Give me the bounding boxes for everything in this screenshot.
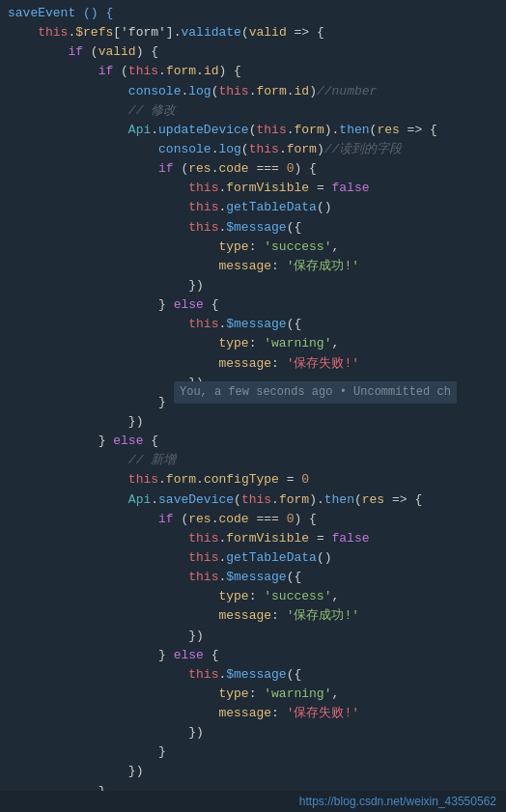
token: ===: [249, 161, 287, 176]
code-line: message: '保存成功!': [0, 606, 506, 626]
line-content: type: 'warning',: [8, 685, 498, 704]
code-line: console.log(this.form)//读到的字段: [0, 140, 506, 159]
token: ,: [331, 686, 339, 701]
token: form: [166, 472, 196, 487]
token: $message: [226, 317, 286, 331]
token: getTableData: [226, 200, 317, 214]
token: }: [98, 434, 114, 448]
code-line: this.getTableData(): [0, 548, 506, 568]
line-content: // 新增: [8, 451, 498, 470]
token: id: [204, 64, 219, 78]
token: .: [287, 84, 295, 98]
token: .: [271, 492, 279, 507]
token: this: [188, 667, 218, 682]
code-line: this.$message({: [0, 315, 506, 334]
token: {: [204, 297, 219, 312]
line-content: saveEvent () {: [8, 4, 498, 23]
token: :: [249, 686, 265, 701]
line-content: }): [8, 762, 498, 781]
token: configType: [204, 472, 279, 487]
token: log: [188, 84, 211, 98]
line-content: this.getTableData(): [8, 198, 498, 217]
token: 0: [301, 472, 309, 487]
code-line: type: 'success',: [0, 587, 506, 606]
line-content: console.log(this.form)//读到的字段: [8, 140, 498, 159]
token: this: [128, 64, 158, 78]
token: :: [271, 608, 287, 623]
token: $message: [226, 220, 286, 235]
code-line: message: '保存失败!': [0, 704, 506, 723]
token: type: [218, 686, 248, 701]
token: then: [339, 123, 369, 137]
token: =: [279, 472, 301, 487]
line-content: this.getTableData(): [8, 548, 498, 568]
token: }: [158, 297, 174, 312]
token: '保存成功!': [287, 608, 359, 623]
line-content: } else {: [8, 646, 498, 665]
token: code: [218, 161, 248, 176]
token: this: [188, 200, 218, 214]
token: res: [188, 161, 211, 176]
line-content: this.formVisible = false: [8, 179, 498, 198]
line-content: this.form.configType = 0: [8, 470, 498, 490]
code-line: if (this.form.id) {: [0, 62, 506, 81]
token: this: [188, 531, 218, 546]
token: :: [249, 589, 265, 603]
token: '保存失败!': [287, 356, 359, 371]
token: type: [218, 336, 248, 350]
token: => {: [400, 123, 437, 137]
token: //读到的字段: [324, 142, 403, 156]
token: '保存失败!': [287, 706, 359, 720]
code-line: this.$refs['form'].validate(valid => {: [0, 23, 506, 42]
token: message: [218, 608, 271, 623]
token: }): [188, 629, 204, 643]
token: :: [271, 706, 287, 720]
token: :: [249, 239, 265, 254]
token: getTableData: [226, 550, 317, 565]
line-content: }): [8, 276, 498, 295]
token: '保存成功!': [287, 259, 359, 273]
token: .: [196, 64, 204, 78]
token: .: [151, 492, 158, 507]
token: form: [287, 142, 317, 156]
code-line: type: 'warning',: [0, 334, 506, 353]
line-content: if (valid) {: [8, 42, 498, 62]
token: id: [295, 84, 310, 98]
token: $message: [226, 667, 286, 682]
bottom-url: https://blog.csdn.net/weixin_43550562: [299, 793, 496, 811]
token: :: [249, 336, 265, 350]
token: else: [174, 648, 204, 662]
line-content: if (res.code === 0) {: [8, 510, 498, 529]
code-line: if (res.code === 0) {: [0, 159, 506, 179]
token: valid: [249, 25, 287, 40]
line-content: type: 'warning',: [8, 334, 498, 353]
code-line: type: 'warning',: [0, 685, 506, 704]
token: form: [295, 123, 324, 137]
token: this: [249, 142, 279, 156]
token: updateDevice: [158, 123, 249, 137]
token: else: [113, 434, 143, 448]
line-content: }: [8, 742, 498, 762]
token: this: [188, 550, 218, 565]
token: ({: [287, 317, 302, 331]
code-line: type: 'success',: [0, 238, 506, 257]
token: ) {: [295, 512, 317, 526]
token: ,: [331, 239, 339, 254]
token: (: [241, 142, 249, 156]
token: 'success': [264, 589, 331, 603]
line-content: }): [8, 374, 498, 393]
code-line: this.$message({: [0, 218, 506, 238]
code-line: }): [0, 374, 506, 393]
token: => {: [287, 25, 324, 40]
token: formVisible: [226, 531, 309, 546]
token: type: [218, 589, 248, 603]
token: form: [257, 84, 287, 98]
token: .: [158, 64, 166, 78]
token: console: [158, 142, 211, 156]
code-line: saveEvent () {: [0, 4, 506, 23]
token: if: [98, 64, 114, 78]
code-line: }): [0, 276, 506, 295]
token: ({: [287, 570, 302, 584]
token: type: [218, 239, 248, 254]
token: console: [128, 84, 182, 98]
